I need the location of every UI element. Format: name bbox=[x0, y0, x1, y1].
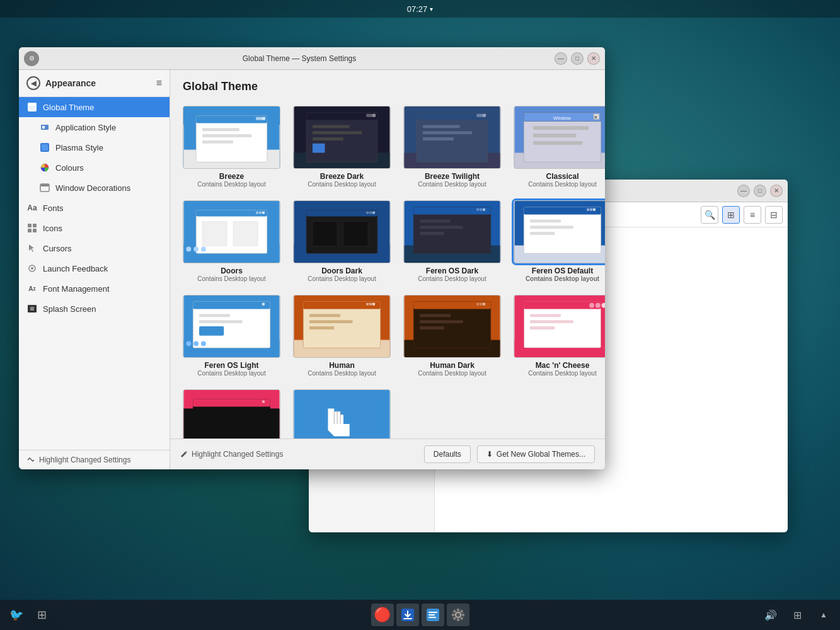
svg-rect-24 bbox=[262, 117, 265, 120]
highlight-pencil-icon bbox=[180, 450, 188, 458]
svg-rect-86 bbox=[420, 232, 444, 235]
taskbar-feren-icon[interactable] bbox=[422, 604, 444, 626]
svg-rect-58 bbox=[533, 141, 582, 145]
svg-point-65 bbox=[186, 247, 191, 252]
colours-icon bbox=[39, 162, 50, 173]
sidebar-cursors-label: Cursors bbox=[43, 244, 72, 253]
theme-classical-name: Classical bbox=[546, 172, 578, 181]
sidebar-item-font-management[interactable]: Az Font Management bbox=[19, 278, 170, 299]
highlight-changed-settings[interactable]: Highlight Changed Settings bbox=[180, 450, 283, 459]
theme-classical[interactable]: Window ✕ Classical Contains Desktop layo… bbox=[511, 103, 605, 190]
sidebar-item-fonts[interactable]: Aa Fonts bbox=[19, 198, 170, 218]
sidebar-item-cursors[interactable]: Cursors bbox=[19, 238, 170, 258]
theme-doors-dark[interactable]: Doors Dark Contains Desktop layout bbox=[291, 198, 393, 285]
svg-rect-64 bbox=[233, 221, 258, 246]
svg-rect-130 bbox=[476, 303, 479, 306]
svg-rect-124 bbox=[413, 302, 491, 309]
svg-rect-85 bbox=[420, 226, 463, 229]
taskbar-desktop-icon[interactable]: ⊞ bbox=[30, 604, 53, 626]
svg-rect-148 bbox=[303, 399, 381, 407]
fm-minimize-button[interactable]: — bbox=[737, 185, 750, 197]
svg-rect-10 bbox=[33, 224, 37, 227]
top-bar: 07:27 ▾ bbox=[0, 0, 840, 18]
fm-detail-view-button[interactable]: ⊟ bbox=[765, 206, 783, 224]
svg-text:Window: Window bbox=[553, 115, 571, 121]
theme-mac-cheese[interactable]: Mac 'n' Cheese Contains Desktop layout bbox=[511, 292, 605, 379]
theme-mageia[interactable]: Mageia Contains Desktop layout bbox=[180, 387, 283, 438]
svg-rect-105 bbox=[199, 320, 243, 323]
settings-minimize-button[interactable]: — bbox=[555, 52, 567, 65]
theme-breeze-preview bbox=[183, 106, 280, 169]
theme-doors[interactable]: Doors Contains Desktop layout bbox=[180, 198, 283, 285]
fm-grid-view-button[interactable]: ⊞ bbox=[722, 206, 740, 224]
svg-rect-88 bbox=[480, 209, 482, 211]
sidebar-application-style-label: Application Style bbox=[55, 123, 116, 132]
sidebar-item-colours[interactable]: Colours bbox=[19, 158, 170, 178]
sidebar-fonts-label: Fonts bbox=[43, 203, 64, 213]
sidebar-item-application-style[interactable]: Application Style bbox=[19, 117, 170, 137]
theme-human[interactable]: Human Contains Desktop layout bbox=[291, 292, 393, 379]
sidebar-colours-label: Colours bbox=[55, 163, 84, 173]
settings-maximize-button[interactable]: □ bbox=[571, 52, 584, 65]
svg-rect-22 bbox=[202, 134, 251, 137]
window-bottom-bar: Highlight Changed Settings Defaults ⬇ Ge… bbox=[170, 438, 605, 469]
settings-window-controls[interactable]: — □ ✕ bbox=[555, 52, 600, 65]
theme-human-preview bbox=[293, 295, 391, 358]
taskbar-vivaldi-icon[interactable]: 🔴 bbox=[371, 604, 394, 626]
taskbar-bird-icon[interactable]: 🐦 bbox=[5, 604, 28, 626]
sidebar-item-window-decorations[interactable]: Window Decorations bbox=[19, 178, 170, 198]
svg-rect-87 bbox=[483, 209, 485, 211]
fm-search-button[interactable]: 🔍 bbox=[701, 206, 718, 224]
back-icon[interactable]: ◀ bbox=[26, 76, 40, 90]
theme-feron-os-default[interactable]: Feren OS Default Contains Desktop layout bbox=[511, 198, 605, 285]
sidebar-item-icons[interactable]: Icons bbox=[19, 218, 170, 238]
theme-feron-os-dark[interactable]: Feren OS Dark Contains Desktop layout bbox=[401, 198, 503, 285]
svg-rect-36 bbox=[369, 114, 372, 117]
svg-rect-35 bbox=[372, 114, 376, 117]
theme-next[interactable]: Next Contains Desktop layout bbox=[291, 387, 393, 438]
sidebar-item-global-theme[interactable]: Global Theme bbox=[19, 97, 170, 117]
fm-list-view-button[interactable]: ≡ bbox=[744, 206, 761, 224]
theme-breeze-dark-preview bbox=[293, 106, 391, 169]
taskbar-right: 🔊 ⊞ ▲ bbox=[472, 604, 836, 626]
theme-breeze-twilight[interactable]: Breeze Twilight Contains Desktop layout bbox=[401, 103, 503, 190]
taskbar-center: 🔴 bbox=[371, 604, 469, 626]
theme-mac-cheese-preview bbox=[514, 295, 605, 358]
sidebar-section-title: Appearance bbox=[45, 78, 151, 88]
theme-feron-os-light[interactable]: Feren OS Light Contains Desktop layout bbox=[180, 292, 283, 379]
taskbar-screens-icon[interactable]: ⊞ bbox=[786, 604, 808, 626]
sidebar-menu-icon[interactable]: ≡ bbox=[156, 77, 162, 89]
sidebar-item-launch-feedback[interactable]: Launch Feedback bbox=[19, 258, 170, 278]
svg-rect-33 bbox=[313, 137, 343, 140]
taskbar-volume-icon[interactable]: 🔊 bbox=[759, 604, 782, 626]
svg-rect-23 bbox=[202, 140, 233, 144]
svg-rect-45 bbox=[483, 114, 486, 117]
svg-point-67 bbox=[201, 247, 206, 252]
svg-rect-8 bbox=[40, 184, 49, 186]
taskbar-settings-icon[interactable] bbox=[447, 604, 469, 626]
fm-window-controls[interactable]: — □ ✕ bbox=[737, 185, 783, 197]
fm-close-button[interactable]: ✕ bbox=[770, 185, 783, 197]
theme-human-dark[interactable]: Human Dark Contains Desktop layout bbox=[401, 292, 503, 379]
sidebar-item-plasma-style[interactable]: Plasma Style bbox=[19, 137, 170, 158]
settings-close-button[interactable]: ✕ bbox=[587, 52, 600, 65]
sidebar-icons-label: Icons bbox=[43, 224, 62, 233]
svg-point-140 bbox=[589, 303, 594, 308]
taskbar-download-icon[interactable] bbox=[396, 604, 419, 626]
theme-breeze[interactable]: Breeze Contains Desktop layout bbox=[180, 103, 283, 190]
theme-feron-dark-desc: Contains Desktop layout bbox=[418, 275, 486, 282]
settings-sidebar: ◀ Appearance ≡ Global Theme Application … bbox=[19, 70, 170, 469]
theme-breeze-dark[interactable]: Breeze Dark Contains Desktop layout bbox=[291, 103, 393, 190]
highlight-settings-toggle[interactable]: Highlight Changed Settings bbox=[19, 450, 170, 469]
svg-rect-76 bbox=[343, 221, 368, 246]
settings-window-icon: ⚙ bbox=[24, 51, 39, 66]
get-new-themes-button[interactable]: ⬇ Get New Global Themes... bbox=[477, 445, 595, 463]
sidebar-item-splash-screen[interactable]: Splash Screen bbox=[19, 299, 170, 319]
svg-rect-31 bbox=[313, 125, 350, 128]
taskbar-arrow-icon[interactable]: ▲ bbox=[812, 604, 835, 626]
theme-feron-light-name: Feren OS Light bbox=[204, 361, 258, 370]
svg-rect-115 bbox=[309, 314, 340, 317]
fm-maximize-button[interactable]: □ bbox=[754, 185, 766, 197]
svg-rect-78 bbox=[369, 212, 372, 214]
defaults-button[interactable]: Defaults bbox=[424, 445, 471, 463]
